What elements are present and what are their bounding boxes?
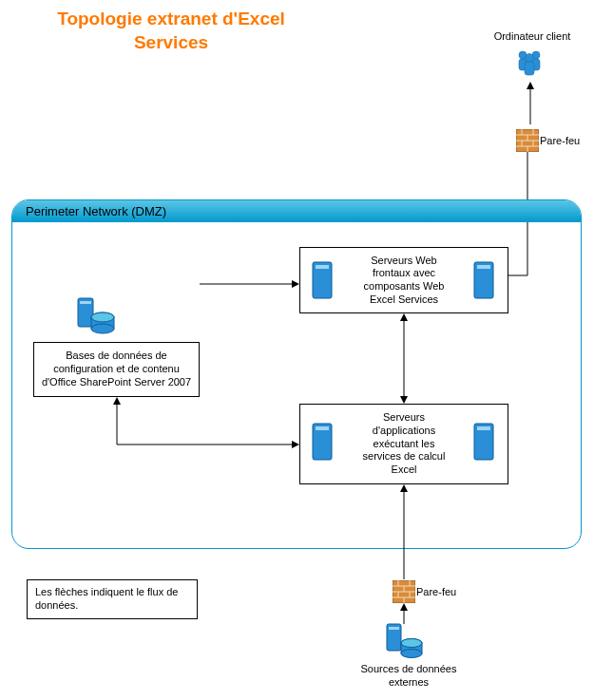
ext-src-icon [385,622,427,666]
title-line1: Topologie extranet d'Excel [57,9,285,28]
client-icon [513,47,546,84]
db-box-label: Bases de données de configuration et de … [40,350,193,388]
app-server-left-icon [312,423,333,464]
svg-point-22 [91,324,114,333]
svg-rect-19 [80,301,91,304]
arrow-web-app [398,313,410,407]
app-box-label: Serveurs d'applications exécutant les se… [359,411,450,477]
db-box: Bases de données de configuration et de … [33,342,200,397]
legend-box: Les flèches indiquent le flux de données… [27,579,198,619]
svg-point-23 [91,312,114,322]
svg-marker-36 [400,313,408,321]
ext-src-label: Sources de données externes [356,663,461,690]
title-line2: Services [134,32,208,52]
arrow-firewall-app [398,484,410,583]
arrow-client-firewall [526,82,535,133]
firewall-label-top: Pare-feu [540,135,580,148]
client-label: Ordinateur client [485,30,580,44]
svg-point-59 [401,639,422,648]
svg-rect-27 [477,265,490,269]
svg-marker-33 [292,280,299,288]
dmz-header: Perimeter Network (DMZ) [12,200,581,222]
svg-marker-53 [400,603,408,611]
connector-db-right [124,280,201,297]
svg-marker-41 [400,484,408,492]
web-server-right-icon [473,261,494,303]
web-server-left-icon [312,261,333,303]
firewall-label-bottom: Pare-feu [416,586,456,599]
svg-marker-38 [113,397,121,405]
svg-rect-55 [389,627,399,630]
svg-rect-25 [316,265,329,269]
svg-marker-7 [527,82,534,89]
legend-text: Les flèches indiquent le flux de données… [35,586,189,613]
svg-marker-39 [292,441,299,448]
web-box-label: Serveurs Web frontaux avec composants We… [359,255,450,307]
svg-rect-5 [525,62,534,75]
app-server-right-icon [473,423,494,464]
svg-point-4 [526,54,534,63]
svg-point-58 [401,650,422,658]
page-title: Topologie extranet d'Excel Services [29,8,314,54]
svg-marker-37 [400,396,408,404]
svg-rect-31 [477,426,490,430]
arrow-db-app [109,397,299,458]
arrow-db-web [200,275,299,293]
db-server-icon [76,294,118,340]
svg-rect-29 [316,426,329,430]
